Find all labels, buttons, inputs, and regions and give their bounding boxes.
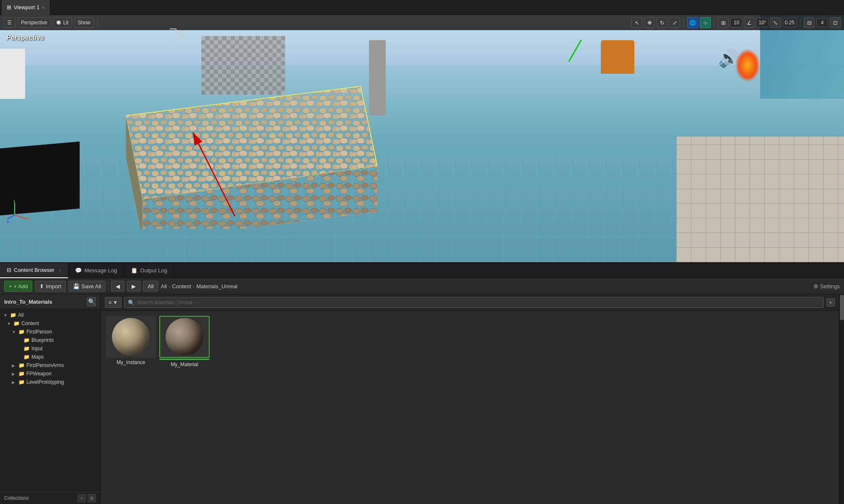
content-browser-sidebar: Intro_To_Materials 🔍 ▼ 📁 All ▼ 📁 Content — [0, 295, 101, 504]
save-all-button[interactable]: 💾 Save All — [68, 281, 106, 292]
scale-tool-btn[interactable]: ⤢ — [669, 17, 680, 28]
viewport-tab-close[interactable]: × — [42, 5, 44, 10]
speaker-widget — [164, 27, 189, 45]
search-icon: 🔍 — [128, 300, 135, 306]
collections-label: Collections — [4, 495, 29, 501]
grid-icon-btn[interactable]: ⊞ — [718, 17, 729, 28]
output-log-label: Output Log — [140, 267, 167, 274]
filter-dropdown-btn[interactable]: ≡ ▼ — [105, 297, 122, 308]
back-button[interactable]: ◀ — [111, 281, 125, 292]
collections-add-btn[interactable]: + — [78, 494, 86, 502]
toolbar-separator — [108, 282, 109, 290]
arrow-icon: ▶ — [12, 380, 17, 385]
viewport-3d[interactable]: 🔊 — [0, 15, 844, 262]
orange-chair — [601, 40, 634, 74]
scrollbar-thumb[interactable] — [840, 295, 844, 320]
content-scrollbar[interactable] — [839, 295, 844, 504]
hamburger-icon: ☰ — [7, 20, 12, 26]
breadcrumb-materials-unreal[interactable]: Materials_Unreal — [196, 283, 237, 289]
angle-value-badge: 10° — [756, 18, 768, 27]
add-button[interactable]: + + Add — [4, 281, 32, 292]
sidebar-item-fpweapon[interactable]: ▶ 📁 FPWeapon — [0, 370, 100, 378]
content-browser-content: ≡ ▼ 🔍 ▼ My_Instance — [101, 295, 839, 504]
perspective-overlay-label: Perspective — [6, 34, 44, 41]
axis-z-label: Z — [6, 220, 9, 223]
viewport-tab[interactable]: ⊞ Viewport 1 × — [2, 0, 50, 15]
breadcrumb: All › Content › Materials_Unreal — [161, 283, 238, 289]
sidebar-item-blueprints[interactable]: 📁 Blueprints — [0, 336, 100, 344]
search-input-wrap[interactable]: 🔍 — [124, 297, 824, 308]
sidebar-search-btn[interactable]: 🔍 — [87, 297, 96, 306]
lit-label: Lit — [63, 20, 69, 26]
tab-message-log[interactable]: 💬 Message Log — [68, 263, 124, 278]
message-log-label: Message Log — [84, 267, 117, 274]
rotate-tool-btn[interactable]: ↻ — [657, 17, 667, 28]
arrow-icon: ▼ — [3, 313, 8, 318]
angle-icon-btn[interactable]: ∠ — [744, 17, 755, 28]
cobblestone-platform-container — [101, 82, 386, 229]
search-input[interactable] — [137, 300, 820, 305]
globe-btn[interactable]: 🌐 — [687, 17, 698, 28]
collections-actions: + ⚙ — [78, 494, 96, 502]
folder-icon: 📁 — [18, 379, 25, 385]
collections-settings-btn[interactable]: ⚙ — [88, 494, 96, 502]
axis-x-label: X — [28, 216, 29, 221]
tab-output-log[interactable]: 📋 Output Log — [124, 263, 174, 278]
separator-1 — [97, 18, 98, 27]
save-all-label: Save All — [81, 283, 101, 289]
expand-btn[interactable]: ⊡ — [830, 17, 841, 28]
viewport-tab-label: Viewport 1 — [14, 4, 39, 10]
asset-item-my-instance[interactable]: My_Instance — [106, 316, 156, 367]
sidebar-item-firstperson[interactable]: ▼ 📁 FirstPerson — [0, 328, 100, 336]
content-browser-tab-icon: ⊟ — [7, 267, 11, 273]
breadcrumb-content[interactable]: Content — [172, 283, 191, 289]
import-label: Import — [46, 283, 61, 289]
svg-line-15 — [7, 215, 15, 219]
hamburger-menu-btn[interactable]: ☰ — [3, 17, 16, 28]
filter-icon: ≡ — [109, 300, 112, 305]
scale-value-badge: 0.25 — [783, 18, 797, 27]
move-tool-btn[interactable]: ✥ — [644, 17, 655, 28]
content-browser-panel: ⊟ Content Browser × 💬 Message Log 📋 Outp… — [0, 262, 844, 504]
arrow-icon: ▶ — [12, 363, 17, 368]
message-log-icon: 💬 — [75, 267, 82, 274]
axis-indicator: X Y Z — [6, 200, 29, 225]
search-bar: ≡ ▼ 🔍 ▼ — [101, 295, 839, 311]
asset-label-my-material: My_Material — [159, 362, 210, 367]
asset-grid: My_Instance My_Material — [101, 311, 839, 504]
tab-content-browser[interactable]: ⊟ Content Browser × — [0, 263, 68, 278]
breadcrumb-sep-2: › — [193, 283, 195, 289]
tree-item-label: FirstPerson — [26, 329, 97, 335]
sidebar-item-content[interactable]: ▼ 📁 Content — [0, 319, 100, 328]
asset-item-my-material[interactable]: My_Material — [159, 316, 210, 367]
import-button[interactable]: ⬆ Import — [35, 281, 66, 292]
save-all-icon: 💾 — [73, 283, 80, 289]
sidebar-item-all[interactable]: ▼ 📁 All — [0, 311, 100, 319]
sidebar-item-firstpersonarms[interactable]: ▶ 📁 FirstPersonArms — [0, 361, 100, 370]
settings-button[interactable]: ⚙ Settings — [813, 283, 840, 289]
content-browser-tab-close[interactable]: × — [59, 268, 61, 273]
folder-icon: 📁 — [13, 320, 20, 326]
import-icon: ⬆ — [39, 283, 44, 289]
lit-icon — [57, 21, 61, 25]
sidebar-item-levelprototyping[interactable]: ▶ 📁 LevelPrototyping — [0, 378, 100, 386]
sidebar-item-maps[interactable]: 📁 Maps — [0, 353, 100, 361]
folder-icon: 📁 — [23, 354, 30, 360]
folder-icon: 📁 — [18, 329, 25, 335]
forward-button[interactable]: ▶ — [127, 281, 140, 292]
perspective-btn[interactable]: Perspective — [17, 17, 51, 28]
toolbar-right-group: ↖ ✥ ↻ ⤢ 🌐 ⊹ ⊞ 10 ∠ 10° ⤡ 0.25 ⊟ 4 ⊡ — [631, 17, 841, 28]
scale-icon-btn[interactable]: ⤡ — [770, 17, 781, 28]
cursor-tool-btn[interactable]: ↖ — [631, 17, 642, 28]
axis-y-label: Y — [13, 200, 16, 203]
search-dropdown-btn[interactable]: ▼ — [826, 298, 835, 307]
sidebar-item-input[interactable]: 📁 Input — [0, 344, 100, 353]
show-btn[interactable]: Show — [74, 17, 94, 28]
lit-btn[interactable]: Lit — [53, 17, 73, 28]
viewport-options-btn[interactable]: ⊟ — [804, 17, 815, 28]
filter-button[interactable]: All — [143, 281, 158, 292]
snap-btn[interactable]: ⊹ — [700, 17, 711, 28]
separator-3 — [714, 18, 714, 27]
asset-thumb-my-material — [159, 316, 210, 358]
breadcrumb-all[interactable]: All — [161, 283, 167, 289]
